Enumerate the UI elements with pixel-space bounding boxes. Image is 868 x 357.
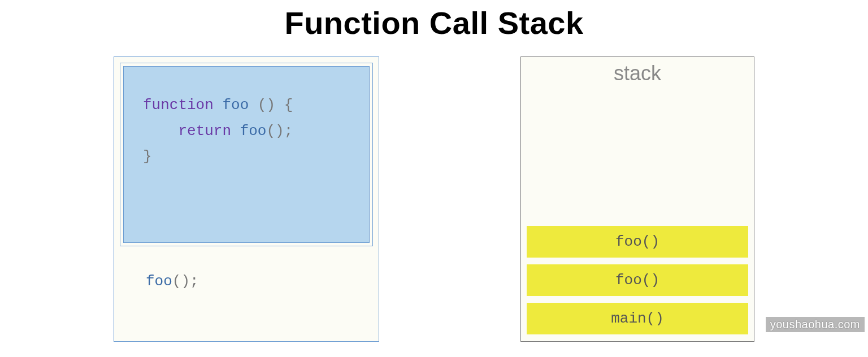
stack-frame: main() — [527, 303, 748, 334]
code-punct: () { — [258, 97, 293, 114]
fn-name-foo: foo — [231, 123, 266, 140]
keyword-return: return — [178, 123, 231, 140]
code-highlight-inner: function foo () { return foo(); } — [123, 66, 370, 243]
stack-label: stack — [614, 62, 661, 85]
code-block: function foo () { return foo(); } — [143, 93, 350, 170]
code-brace-close: } — [143, 148, 152, 165]
code-highlight-mid: function foo () { return foo(); } — [120, 63, 373, 246]
fn-name-foo: foo — [214, 97, 258, 114]
stack-items: foo() foo() main() — [527, 226, 748, 334]
code-call-line: foo(); — [120, 246, 373, 295]
stack-panel: stack foo() foo() main() — [520, 56, 754, 342]
stack-frame: foo() — [527, 226, 748, 258]
code-punct: (); — [172, 273, 199, 290]
code-panel: function foo () { return foo(); } foo(); — [114, 56, 379, 342]
panels-row: function foo () { return foo(); } foo();… — [0, 56, 868, 350]
keyword-function: function — [143, 97, 214, 114]
fn-name-foo: foo — [146, 273, 172, 290]
watermark: youshaohua.com — [766, 317, 865, 332]
code-punct: (); — [266, 123, 293, 140]
code-indent — [143, 123, 178, 140]
page-title: Function Call Stack — [0, 0, 868, 41]
stack-frame: foo() — [527, 264, 748, 296]
